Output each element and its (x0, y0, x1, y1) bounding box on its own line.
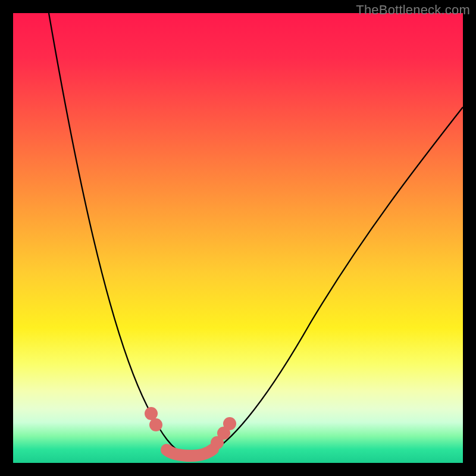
marker-dot-left-2 (149, 418, 162, 431)
curve-left (49, 13, 187, 456)
curve-right (203, 107, 463, 456)
marker-dot-right-3 (223, 417, 236, 430)
watermark-text: TheBottleneck.com (356, 2, 470, 18)
marker-dot-left-1 (145, 407, 158, 420)
marker-floor (167, 449, 213, 456)
plot-svg (13, 13, 463, 463)
